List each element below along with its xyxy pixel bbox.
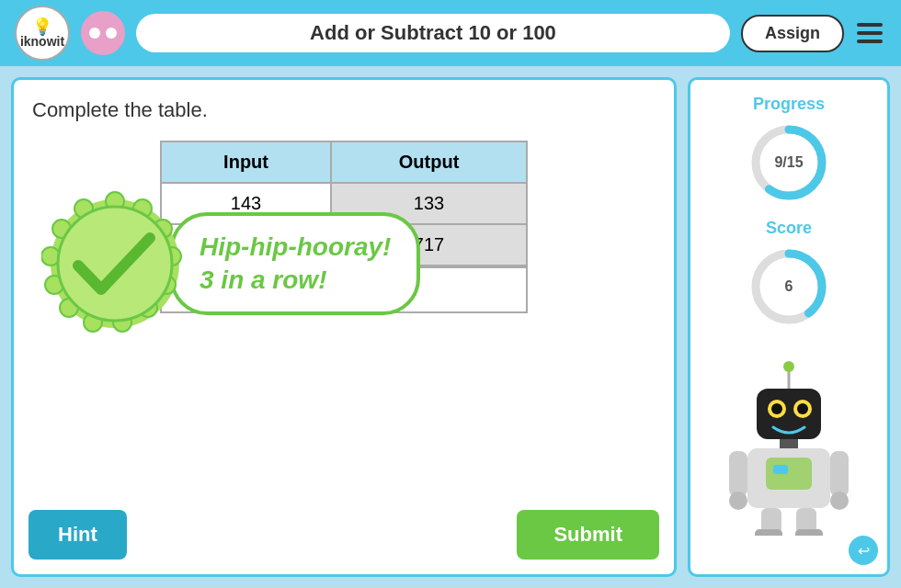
score-circle: 6 bbox=[747, 245, 830, 328]
celebration-line2: 3 in a row! bbox=[200, 266, 326, 294]
progress-circle: 9/15 bbox=[747, 121, 830, 204]
header: 💡 iknowit Add or Subtract 10 or 100 Assi… bbox=[0, 0, 901, 66]
menu-line-icon bbox=[857, 31, 883, 35]
content-panel: Complete the table. Input Output 143 133… bbox=[11, 77, 677, 577]
score-value: 6 bbox=[785, 278, 793, 295]
celebration-overlay: Hip-hip-hooray! 3 in a row! bbox=[41, 190, 420, 337]
svg-point-23 bbox=[771, 403, 782, 414]
activity-title: Add or Subtract 10 or 100 bbox=[136, 14, 730, 52]
svg-point-25 bbox=[797, 403, 808, 414]
robot-illustration bbox=[720, 352, 858, 490]
celebration-line1: Hip-hip-hooray! bbox=[200, 232, 391, 261]
svg-rect-26 bbox=[780, 439, 798, 448]
progress-value: 9/15 bbox=[774, 154, 803, 171]
dot-icon bbox=[106, 28, 117, 39]
submit-button[interactable]: Submit bbox=[517, 510, 659, 560]
progress-label: Progress bbox=[753, 95, 825, 114]
menu-line-icon bbox=[857, 23, 883, 27]
back-button[interactable]: ↩ bbox=[849, 536, 878, 565]
score-label: Score bbox=[766, 219, 812, 238]
svg-rect-37 bbox=[795, 529, 823, 536]
sidebar: Progress 9/15 Score 6 bbox=[688, 77, 890, 577]
bottom-bar: Hint Submit bbox=[29, 510, 659, 560]
dot-icon bbox=[89, 28, 100, 39]
celebration-message: Hip-hip-hooray! 3 in a row! bbox=[200, 231, 391, 298]
speech-bubble: Hip-hip-hooray! 3 in a row! bbox=[170, 212, 420, 316]
activity-icon bbox=[81, 11, 125, 55]
hint-button[interactable]: Hint bbox=[29, 510, 127, 560]
main: Complete the table. Input Output 143 133… bbox=[0, 66, 901, 588]
celebration-badge bbox=[41, 190, 188, 337]
svg-point-20 bbox=[783, 361, 794, 372]
svg-rect-30 bbox=[729, 451, 747, 497]
menu-line-icon bbox=[857, 40, 883, 43]
col-header-output: Output bbox=[331, 141, 527, 183]
menu-button[interactable] bbox=[853, 19, 886, 47]
assign-button[interactable]: Assign bbox=[741, 15, 844, 52]
svg-rect-29 bbox=[773, 465, 788, 474]
svg-rect-31 bbox=[830, 451, 849, 497]
logo: 💡 iknowit bbox=[15, 6, 70, 61]
back-arrow-icon: ↩ bbox=[858, 542, 870, 560]
svg-rect-28 bbox=[766, 458, 812, 490]
svg-rect-36 bbox=[755, 529, 782, 536]
logo-bulb-icon: 💡 bbox=[32, 18, 52, 35]
svg-point-32 bbox=[729, 492, 747, 510]
instruction-text: Complete the table. bbox=[32, 98, 656, 122]
logo-text: iknowit bbox=[20, 35, 64, 48]
col-header-input: Input bbox=[161, 141, 331, 183]
svg-point-33 bbox=[830, 492, 849, 510]
header-right: Assign bbox=[741, 15, 886, 52]
